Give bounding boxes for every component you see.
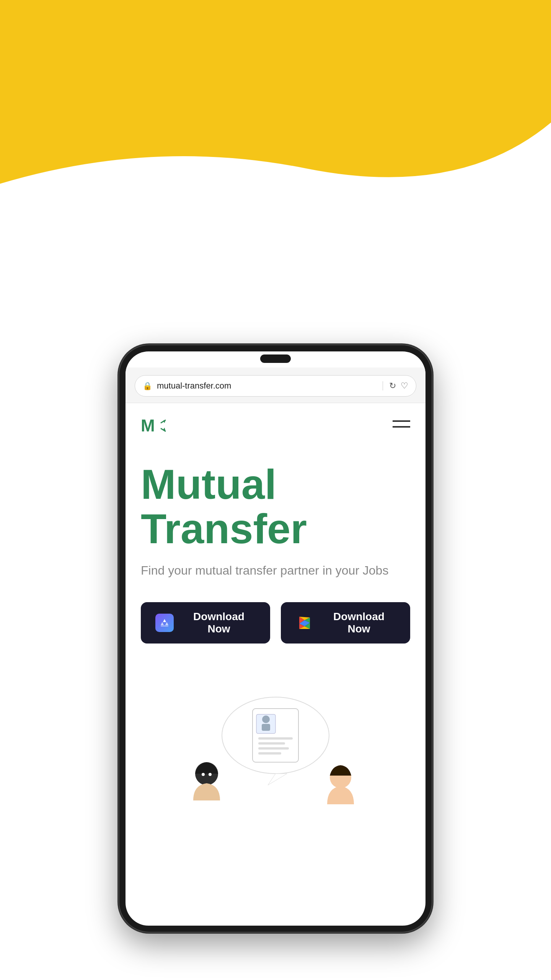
hero-subtitle: Find your mutual transfer partner in you… [141, 562, 410, 579]
hamburger-menu[interactable] [393, 419, 410, 432]
svg-rect-7 [161, 626, 168, 627]
website-content: M [126, 403, 425, 823]
appstore-download-button[interactable]: Download Now [141, 602, 270, 644]
svg-rect-14 [258, 737, 293, 740]
svg-point-12 [262, 715, 270, 723]
appstore-button-label: Download Now [181, 611, 256, 635]
camera-notch [260, 354, 291, 363]
download-buttons: Download Now [141, 602, 410, 644]
appstore-icon [155, 613, 174, 633]
hero-illustration [168, 686, 383, 808]
hero-section: Mutual Transfer Find your mutual transfe… [141, 447, 410, 678]
svg-point-19 [202, 773, 205, 776]
browser-chrome: 🔒 mutual-transfer.com ↻ ♡ [126, 368, 425, 403]
address-bar[interactable]: 🔒 mutual-transfer.com ↻ ♡ [135, 375, 416, 397]
playstore-download-button[interactable]: Download Now [281, 602, 410, 644]
svg-rect-13 [262, 724, 270, 731]
svg-rect-16 [258, 747, 289, 750]
playstore-icon [295, 613, 315, 633]
svg-marker-9 [268, 774, 287, 785]
phone-top-bar [126, 351, 425, 368]
url-divider [383, 381, 383, 390]
reload-icon[interactable]: ↻ [389, 381, 396, 391]
site-nav: M [141, 412, 410, 447]
svg-rect-17 [258, 752, 281, 755]
illustration-area [141, 678, 410, 808]
yellow-blob-background [0, 0, 551, 199]
svg-rect-15 [258, 742, 285, 745]
playstore-button-label: Download Now [321, 611, 396, 635]
site-logo: M [141, 416, 168, 435]
lock-icon: 🔒 [143, 381, 152, 390]
svg-text:M: M [141, 416, 155, 435]
phone-mockup: 🔒 mutual-transfer.com ↻ ♡ M [119, 345, 432, 933]
hero-title: Mutual Transfer [141, 462, 410, 550]
favorite-icon[interactable]: ♡ [401, 381, 408, 391]
phone-screen: 🔒 mutual-transfer.com ↻ ♡ M [126, 351, 425, 926]
url-text: mutual-transfer.com [157, 381, 377, 391]
svg-point-20 [209, 773, 212, 776]
